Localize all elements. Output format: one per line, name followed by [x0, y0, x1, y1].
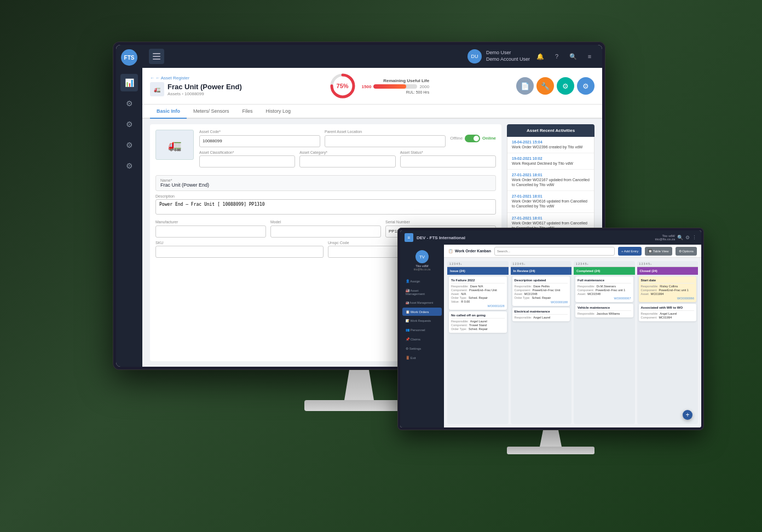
- kanban-card-row: Responsible: Dave N/A: [451, 285, 505, 288]
- back-link[interactable]: ← ← Asset Register: [150, 76, 242, 80]
- sidebar-logo: FTS: [121, 49, 137, 66]
- sidebar-icon-settings1[interactable]: ⚙: [120, 95, 138, 112]
- laptop-subbar: 📋 Work Order Kanban + Add Entry 🔲 Table …: [444, 245, 701, 258]
- sidebar-item-asset-mgmt2[interactable]: 🏭 Asset Management: [402, 299, 442, 307]
- sidebar-icon-dashboard[interactable]: 📊: [120, 74, 138, 91]
- hamburger-button[interactable]: [149, 49, 164, 64]
- ot-value: Sched. Repair: [469, 296, 488, 299]
- kanban-closed-title: Closed (24): [640, 269, 657, 273]
- lap-user-info: Tito vdW tito@fts.co.za: [655, 234, 675, 241]
- add-float-button[interactable]: +: [683, 410, 692, 420]
- lap-sidebar-email: tito@fts.co.za: [414, 268, 430, 271]
- add-entry-button[interactable]: + Add Entry: [618, 247, 642, 256]
- serial-label: Serial Number: [385, 220, 496, 224]
- tab-meters-sensors[interactable]: Meters/ Sensors: [187, 105, 236, 119]
- lap-more-icon[interactable]: ⋮: [692, 235, 697, 240]
- lap-avatar: TV: [415, 250, 429, 263]
- completed-card-1-title: Full maintenance: [578, 279, 631, 284]
- model-input[interactable]: [270, 225, 381, 238]
- lap-hamburger[interactable]: ≡: [405, 233, 413, 242]
- kanban-row-comp2: Component: Trowel Stand: [451, 323, 505, 327]
- header-doc-button[interactable]: 📄: [516, 77, 534, 95]
- sidebar-icon-settings4[interactable]: ⚙: [120, 157, 138, 175]
- status-select[interactable]: [400, 155, 496, 167]
- asset-breadcrumb: Assets › 10088099: [168, 91, 242, 96]
- rul-gauge-area: 75% Remaining Useful Life 1500: [329, 72, 430, 100]
- review-row-resp: Responsible: Dave Pethis: [515, 285, 568, 288]
- online-badge: Offline Online: [450, 130, 496, 147]
- c-comp-label: Component:: [578, 288, 594, 292]
- kanban-card-row-val: Value: R 0.00: [451, 300, 505, 303]
- truck-icon: 🚛: [168, 138, 182, 152]
- form-group-status: Asset Status*: [400, 151, 496, 168]
- asset-icon: 🚛: [150, 82, 164, 96]
- header-gear2-button[interactable]: ⚙: [577, 77, 594, 95]
- manufacturer-label: Manufacturer: [155, 220, 266, 224]
- form-row-1: Asset Code* Parent Asset Location: [199, 130, 496, 147]
- lap-search-icon[interactable]: 🔍: [677, 235, 683, 240]
- menu-icon[interactable]: ≡: [584, 50, 596, 62]
- subbar-search[interactable]: [494, 247, 615, 256]
- sku-input[interactable]: [155, 246, 324, 258]
- kanban-card-closed-2: Associated with WR to WO Responsible: An…: [639, 304, 697, 321]
- asset-title-group: Frac Unit (Power End) Assets › 10088099: [168, 83, 242, 96]
- asset-code-input[interactable]: [199, 135, 320, 147]
- form-with-image: 🚛 Asset Code*: [155, 130, 496, 171]
- user-subtitle: Demo Account User: [486, 56, 530, 63]
- back-arrow: ←: [150, 76, 154, 80]
- table-view-button[interactable]: 🔲 Table View: [645, 247, 672, 256]
- sidebar-item-exit[interactable]: 🚪 Exit: [402, 354, 442, 362]
- hamburger-line: [153, 59, 160, 60]
- notifications-icon[interactable]: 🔔: [534, 50, 546, 62]
- review-row-comp: Component: PowerEnd–Frac Unit: [515, 288, 568, 292]
- sidebar-item-personnel[interactable]: 👥 Personnel: [402, 326, 442, 334]
- cl-resp-label: Responsible:: [641, 285, 659, 288]
- kanban-row-resp2: Responsible: Angel Laurel: [451, 320, 505, 323]
- cl-asset-label: Asset:: [641, 292, 649, 296]
- online-toggle[interactable]: [465, 135, 480, 142]
- activity-text-4: Work Order WO616 updated from Cancelled …: [512, 199, 590, 209]
- sidebar-item-asset-mgmt[interactable]: 🏭 Asset Management: [402, 286, 442, 298]
- manufacturer-input[interactable]: [155, 225, 266, 238]
- header-wrench-button[interactable]: 🔧: [536, 77, 554, 95]
- tab-basic-info[interactable]: Basic Info: [150, 105, 187, 119]
- closed-row-comp: Component: PowerEnd–Frac unit 1: [641, 288, 695, 292]
- sidebar-item-settings[interactable]: ⚙ Settings: [402, 344, 442, 352]
- review-row-asset: Asset: MC01548: [515, 292, 568, 296]
- header-gear1-button[interactable]: ⚙: [557, 77, 574, 95]
- form-group-parent: Parent Asset Location: [325, 130, 446, 147]
- review-card-2-title: Electrical maintenance: [515, 310, 568, 315]
- search-icon[interactable]: 🔍: [567, 50, 579, 62]
- review-2-row-resp: Responsible: Angel Laurel: [515, 316, 568, 319]
- tab-history-log[interactable]: History Log: [259, 105, 298, 119]
- rul-percentage: 75%: [337, 83, 349, 89]
- lap-settings-icon[interactable]: ⚙: [685, 235, 690, 240]
- sidebar-icon-settings3[interactable]: ⚙: [120, 136, 138, 154]
- subbar-title-group: 📋 Work Order Kanban: [448, 249, 491, 253]
- sidebar-item-claims[interactable]: 📌 Claims: [402, 335, 442, 343]
- review-row-ot: Order Type: Sched. Repair: [515, 296, 568, 299]
- review-asset-label: Asset:: [515, 292, 523, 296]
- desc-textarea[interactable]: Power End – Frac Unit [ 10088099] PP1310: [155, 199, 496, 215]
- form-group-asset-code: Asset Code*: [199, 130, 320, 147]
- sidebar-item-work-requests[interactable]: 📝 Work Requests: [402, 317, 442, 325]
- kanban-completed-title: Completed (24): [576, 269, 600, 273]
- sidebar-icon-settings2[interactable]: ⚙: [120, 115, 138, 133]
- activity-date-4: 27-01-2021 18:01: [512, 194, 590, 198]
- options-button[interactable]: ⚙ Options: [676, 247, 697, 256]
- lap-topbar-right: Tito vdW tito@fts.co.za 🔍 ⚙ ⋮: [655, 234, 697, 241]
- parent-asset-input[interactable]: [325, 135, 446, 147]
- kanban-col-issue: 1 2 3 4 5 › Issue (24) To Failure 2022: [447, 261, 509, 424]
- sidebar-item-work-orders[interactable]: 📋 Work Orders: [402, 308, 442, 316]
- category-select[interactable]: [299, 155, 395, 167]
- component-value: PowerEnd–Frac Unit: [469, 288, 497, 292]
- review-asset-val: MC01548: [524, 292, 538, 296]
- form-row-dropdowns: Asset Classification* Asset Category*: [199, 151, 496, 168]
- rul-value: 1500: [362, 84, 372, 89]
- sidebar-item-assign[interactable]: 👤 Assign: [402, 277, 442, 285]
- activity-item-2: 19-02-2021 10:02 Work Request Declined b…: [507, 153, 594, 170]
- help-icon[interactable]: ?: [551, 50, 563, 62]
- tab-files[interactable]: Files: [236, 105, 259, 119]
- classification-select[interactable]: [199, 155, 295, 167]
- completed-card-2-title: Vehicle maintenance: [578, 306, 631, 311]
